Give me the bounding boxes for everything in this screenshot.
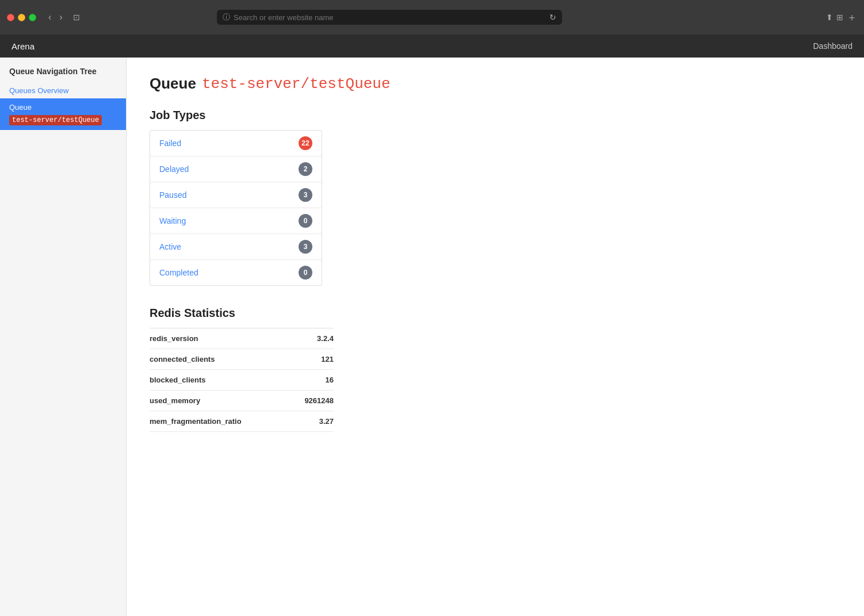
browser-actions: ⬆ ⊞ ＋ xyxy=(826,10,857,24)
job-count-badge: 22 xyxy=(299,136,312,150)
app-container: Queue Navigation Tree Queues Overview Qu… xyxy=(0,58,864,616)
dashboard-link[interactable]: Dashboard xyxy=(813,41,853,51)
close-button[interactable] xyxy=(7,14,14,21)
redis-stats-table: redis_version3.2.4connected_clients121bl… xyxy=(150,328,334,432)
topbar: Arena Dashboard xyxy=(0,35,864,58)
job-type-link[interactable]: Waiting xyxy=(159,216,186,225)
reload-button[interactable]: ↻ xyxy=(549,13,556,22)
redis-stat-value: 16 xyxy=(326,376,334,384)
redis-stat-row: redis_version3.2.4 xyxy=(150,328,334,349)
traffic-lights xyxy=(7,14,36,21)
sidebar-title: Queue Navigation Tree xyxy=(0,67,126,83)
job-type-row[interactable]: Completed0 xyxy=(150,260,322,285)
page-header: Queue test-server/testQueue xyxy=(150,75,841,93)
redis-stat-key: blocked_clients xyxy=(150,376,206,384)
job-count-badge: 3 xyxy=(299,240,312,254)
job-type-row[interactable]: Failed22 xyxy=(150,131,322,156)
job-count-badge: 0 xyxy=(299,214,312,228)
back-button[interactable]: ‹ xyxy=(45,11,54,24)
redis-stat-row: mem_fragmentation_ratio3.27 xyxy=(150,411,334,432)
main-content: Queue test-server/testQueue Job Types Fa… xyxy=(127,58,864,616)
share-button[interactable]: ⬆ xyxy=(826,10,833,24)
forward-button[interactable]: › xyxy=(56,11,65,24)
job-count-badge: 3 xyxy=(299,188,312,202)
job-count-badge: 2 xyxy=(299,162,312,176)
tab-icon-button[interactable]: ⊡ xyxy=(70,12,83,23)
job-type-row[interactable]: Active3 xyxy=(150,234,322,260)
add-bookmark-button[interactable]: ⊞ xyxy=(836,10,843,24)
job-type-link[interactable]: Failed xyxy=(159,139,181,148)
job-type-row[interactable]: Delayed2 xyxy=(150,156,322,182)
redis-stat-value: 9261248 xyxy=(304,396,334,405)
app-brand: Arena xyxy=(12,41,35,51)
fullscreen-button[interactable] xyxy=(29,14,36,21)
job-type-row[interactable]: Waiting0 xyxy=(150,208,322,234)
job-type-link[interactable]: Delayed xyxy=(159,164,189,174)
redis-stat-row: connected_clients121 xyxy=(150,349,334,370)
sidebar: Queue Navigation Tree Queues Overview Qu… xyxy=(0,58,127,616)
redis-stat-key: used_memory xyxy=(150,396,200,405)
job-type-link[interactable]: Completed xyxy=(159,268,198,277)
redis-stat-key: connected_clients xyxy=(150,355,215,364)
page-title-queue: test-server/testQueue xyxy=(202,75,391,93)
redis-stat-key: mem_fragmentation_ratio xyxy=(150,417,242,426)
page-title-label: Queue xyxy=(150,75,196,93)
browser-chrome: ‹ › ⊡ ⓘ ↻ ⬆ ⊞ ＋ xyxy=(0,0,864,35)
sidebar-queue-name: test-server/testQueue xyxy=(9,115,102,125)
redis-stat-row: blocked_clients16 xyxy=(150,370,334,391)
redis-stat-value: 3.2.4 xyxy=(317,334,334,343)
redis-stat-value: 121 xyxy=(321,355,334,364)
job-types-table: Failed22Delayed2Paused3Waiting0Active3Co… xyxy=(150,130,322,286)
job-type-link[interactable]: Active xyxy=(159,242,181,251)
redis-stat-value: 3.27 xyxy=(319,417,334,426)
redis-heading: Redis Statistics xyxy=(150,307,841,320)
sidebar-queue-item[interactable]: Queue test-server/testQueue xyxy=(0,98,126,130)
job-type-link[interactable]: Paused xyxy=(159,190,186,200)
address-bar-container: ⓘ ↻ xyxy=(217,10,562,25)
info-icon: ⓘ xyxy=(223,12,230,22)
sidebar-queues-overview-link[interactable]: Queues Overview xyxy=(0,83,126,98)
sidebar-queue-label: Queue xyxy=(9,103,32,112)
address-input[interactable] xyxy=(234,13,546,22)
nav-buttons: ‹ › xyxy=(45,11,66,24)
job-type-row[interactable]: Paused3 xyxy=(150,182,322,208)
redis-stat-key: redis_version xyxy=(150,334,198,343)
job-types-heading: Job Types xyxy=(150,109,841,122)
new-tab-button[interactable]: ＋ xyxy=(847,10,857,24)
redis-stat-row: used_memory9261248 xyxy=(150,391,334,411)
job-count-badge: 0 xyxy=(299,266,312,280)
minimize-button[interactable] xyxy=(18,14,25,21)
